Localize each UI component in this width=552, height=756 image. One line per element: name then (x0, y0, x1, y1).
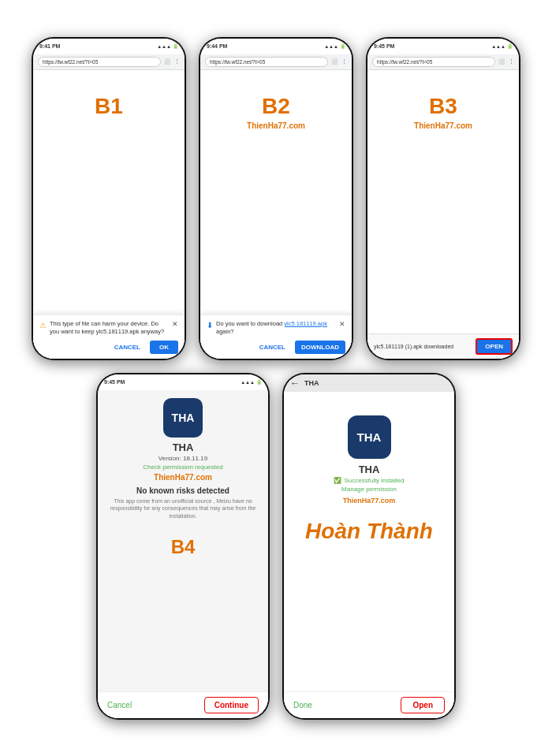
menu-icon-b3: ⋮ (509, 58, 514, 65)
dialog-text-b2: Do you want to download ylc5.181119.apk … (216, 320, 336, 336)
install-actions-b4: Cancel Continue (98, 691, 268, 718)
brand-b2: ThienHa77.com (247, 121, 305, 130)
step-label-b1: B1 (95, 94, 123, 119)
installed-text: Successfully installed (344, 477, 404, 484)
hoan-thanh-title: Hoàn Thành (305, 519, 433, 544)
check-icon: ✅ (334, 477, 341, 484)
tab-icon: ⬜ (164, 58, 171, 65)
ok-button-b1[interactable]: OK (150, 341, 178, 354)
brand-b3: ThienHa77.com (414, 121, 472, 130)
content-b2: B2 ThienHa77.com ⬇ Do you want to downlo… (200, 70, 352, 359)
row-1: 9:41 PM ▲▲▲ 🔋 https://tw.wf22.net/?t=05 … (32, 37, 520, 360)
browser-bar-b1: https://tw.wf22.net/?t=05 ⬜ ⋮ (33, 54, 185, 70)
url-b3: https://tw.wf22.net/?t=05 (372, 57, 495, 67)
phone-b4: 9:45 PM ▲▲▲ 🔋 THA THA Version: 18.11.19 … (96, 373, 270, 720)
app-icon-text-b4: THA (172, 412, 195, 424)
back-arrow-icon[interactable]: ← (290, 378, 300, 389)
url-b2: https://tw.wf22.net/?t=05 (205, 57, 328, 67)
step-label-b3: B3 (429, 94, 457, 119)
installed-label: ✅ Successfully installed (334, 477, 404, 484)
open-button-b3[interactable]: OPEN (476, 338, 513, 355)
phone-b1: 9:41 PM ▲▲▲ 🔋 https://tw.wf22.net/?t=05 … (32, 37, 186, 360)
brand-b4: ThienHa77.com (154, 473, 212, 482)
status-icons-b1: ▲▲▲ 🔋 (157, 43, 178, 49)
browser-bar-b2: https://tw.wf22.net/?t=05 ⬜ ⋮ (200, 54, 352, 70)
dialog-actions-b1: CANCEL OK (39, 341, 178, 354)
apk-link-b2[interactable]: ylc5.181119.apk (284, 320, 327, 327)
signal-icon-b2: ▲▲▲ (324, 44, 338, 49)
phone-b3: 9:45 PM ▲▲▲ 🔋 https://tw.wf22.net/?t=05 … (366, 37, 520, 360)
close-icon-b2[interactable]: ✕ (339, 320, 345, 328)
menu-icon: ⋮ (174, 58, 180, 65)
download-icon-b2: ⬇ (207, 321, 213, 330)
status-bar-b2: 9:44 PM ▲▲▲ 🔋 (200, 39, 352, 54)
status-bar-b1: 9:41 PM ▲▲▲ 🔋 (33, 39, 185, 54)
app-icon-text-ht: THA (357, 430, 382, 444)
step-label-b2: B2 (262, 94, 290, 119)
risk-title-b4: No known risks detected (136, 486, 229, 495)
app-name-b4: THA (173, 441, 194, 453)
battery-icon-b4: 🔋 (256, 379, 262, 385)
content-b3: B3 ThienHa77.com ylc5.181119 (1).apk dow… (367, 70, 519, 359)
tab-icon-b3: ⬜ (498, 58, 505, 65)
dialog-b1: ⚠ This type of file can harm your device… (33, 315, 185, 359)
open-button-hoanthanh[interactable]: Open (401, 697, 445, 713)
dialog-b2: ⬇ Do you want to download ylc5.181119.ap… (200, 315, 352, 359)
row-2: 9:45 PM ▲▲▲ 🔋 THA THA Version: 18.11.19 … (96, 373, 456, 720)
continue-button-b4[interactable]: Continue (204, 697, 259, 713)
cancel-button-b2[interactable]: CANCEL (256, 341, 289, 353)
url-b1: https://tw.wf22.net/?t=05 (38, 57, 161, 67)
permission-b4: Check permission requested (143, 464, 222, 471)
time-b2: 9:44 PM (207, 43, 227, 49)
brand-hoanthanh: ThienHa77.com (343, 497, 396, 505)
done-button[interactable]: Done (293, 701, 312, 709)
content-b4: THA THA Version: 18.11.19 Check permissi… (98, 390, 268, 718)
browser-bar-b3: https://tw.wf22.net/?t=05 ⬜ ⋮ (367, 54, 519, 70)
app-name-hoanthanh: THA (359, 464, 380, 475)
status-icons-b4: ▲▲▲ 🔋 (241, 379, 262, 385)
battery-icon-b3: 🔋 (507, 43, 513, 49)
battery-icon: 🔋 (173, 43, 178, 49)
content-hoanthanh: THA THA ✅ Successfully installed Manage … (284, 392, 454, 718)
tab-icon-b2: ⬜ (331, 58, 338, 65)
manage-perm[interactable]: Manage permission (341, 486, 397, 493)
signal-icon-b3: ▲▲▲ (491, 44, 505, 49)
step-label-b4: B4 (171, 536, 196, 558)
content-b1: B1 ⚠ This type of file can harm your dev… (33, 70, 185, 359)
menu-icon-b2: ⋮ (341, 58, 347, 65)
download-button-b2[interactable]: DOWNLOAD (295, 341, 345, 354)
app-icon-hoanthanh: THA (348, 415, 391, 459)
warning-icon: ⚠ (39, 321, 47, 330)
cancel-button-b1[interactable]: CANCEL (111, 341, 144, 353)
dialog-text-b1: This type of file can harm your device. … (50, 320, 169, 336)
install-content-b4: THA THA Version: 18.11.19 Check permissi… (98, 390, 268, 718)
status-icons-b3: ▲▲▲ 🔋 (491, 43, 513, 49)
top-bar-hoanthanh: ← THA (284, 374, 454, 392)
phone-b2: 9:44 PM ▲▲▲ 🔋 https://tw.wf22.net/?t=05 … (199, 37, 353, 360)
download-bar-b3: ylc5.181119 (1).apk downloaded OPEN (367, 333, 519, 359)
phone-hoanthanh: ← THA THA THA ✅ Successfully installed M… (282, 373, 456, 720)
time-b1: 9:41 PM (39, 43, 60, 49)
app-version-b4: Version: 18.11.19 (159, 455, 207, 462)
status-bar-b3: 9:45 PM ▲▲▲ 🔋 (367, 39, 519, 54)
cancel-button-b4[interactable]: Cancel (107, 701, 132, 709)
signal-icon: ▲▲▲ (157, 44, 171, 49)
downloaded-file-label: ylc5.181119 (1).apk downloaded (374, 344, 453, 349)
status-icons-b2: ▲▲▲ 🔋 (324, 43, 345, 49)
app-icon-b4: THA (163, 398, 203, 438)
time-b3: 9:45 PM (374, 43, 394, 49)
status-bar-b4: 9:45 PM ▲▲▲ 🔋 (98, 374, 268, 390)
battery-icon-b2: 🔋 (340, 43, 345, 49)
final-actions: Done Open (284, 691, 454, 718)
close-icon-b1[interactable]: ✕ (172, 320, 178, 328)
time-b4: 9:45 PM (104, 379, 125, 385)
top-bar-title-hoanthanh: THA (304, 379, 319, 387)
signal-icon-b4: ▲▲▲ (241, 380, 255, 385)
risk-text-b4: This app come from an unofficial source … (104, 497, 262, 520)
dialog-actions-b2: CANCEL DOWNLOAD (207, 341, 345, 354)
